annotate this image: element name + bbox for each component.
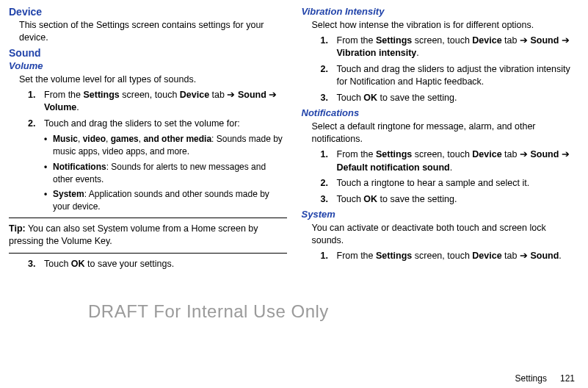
vibration-step-3: 3. Touch OK to save the setting. bbox=[321, 92, 580, 105]
notif-step-3: 3. Touch OK to save the setting. bbox=[321, 193, 580, 206]
step-number: 2. bbox=[28, 118, 44, 131]
volume-step-1: 1. From the Settings screen, touch Devic… bbox=[28, 89, 287, 115]
bold-sound: Sound bbox=[528, 35, 562, 46]
step-number: 3. bbox=[321, 92, 337, 105]
step-content: Touch OK to save the setting. bbox=[337, 92, 580, 105]
heading-sound: Sound bbox=[9, 47, 287, 59]
step-content: From the Settings screen, touch Device t… bbox=[337, 148, 580, 174]
bold: and other media bbox=[143, 134, 211, 144]
notifications-description: Select a default ringtone for message, a… bbox=[312, 121, 580, 146]
device-description: This section of the Settings screen cont… bbox=[19, 19, 287, 44]
volume-step-2: 2. Touch and drag the sliders to set the… bbox=[28, 118, 287, 131]
text: From the bbox=[337, 149, 377, 159]
step-number: 1. bbox=[321, 35, 337, 60]
right-column: Vibration Intensity Select how intense t… bbox=[302, 6, 580, 273]
text: screen, touch bbox=[412, 149, 472, 159]
bold-sound: Sound bbox=[235, 90, 269, 100]
bold-device: Device bbox=[472, 251, 501, 261]
step-number: 2. bbox=[321, 63, 337, 89]
bullet-icon: • bbox=[44, 133, 53, 158]
text: . bbox=[416, 48, 418, 58]
arrow-icon: ➔ bbox=[520, 35, 528, 46]
bold: video bbox=[83, 134, 106, 144]
tip-text: You can also set System volume from a Ho… bbox=[9, 223, 258, 247]
bold-ok: OK bbox=[363, 194, 377, 204]
text: screen, touch bbox=[120, 90, 180, 100]
arrow-icon: ➔ bbox=[562, 35, 570, 46]
step-number: 1. bbox=[321, 250, 337, 263]
text: tab bbox=[209, 90, 227, 100]
step-content: Touch and drag the sliders to adjust the… bbox=[337, 63, 580, 89]
arrow-icon: ➔ bbox=[520, 149, 528, 159]
step-number: 3. bbox=[28, 258, 44, 271]
step-number: 1. bbox=[28, 89, 44, 115]
vibration-step-1: 1. From the Settings screen, touch Devic… bbox=[321, 35, 580, 60]
text: tab bbox=[502, 251, 520, 261]
heading-volume: Volume bbox=[9, 60, 287, 71]
bold-device: Device bbox=[180, 90, 209, 100]
step-content: Touch OK to save your settings. bbox=[44, 258, 287, 271]
text: tab bbox=[502, 149, 520, 159]
bold-ok: OK bbox=[71, 259, 85, 269]
bullet-content: Music, video, games, and other media: So… bbox=[53, 133, 287, 158]
bold-settings: Settings bbox=[376, 251, 412, 261]
bold-volume: Volume bbox=[44, 102, 76, 112]
bold-default-notification: Default notification sound bbox=[337, 162, 450, 173]
bullet-icon: • bbox=[44, 161, 53, 186]
volume-step-3: 3. Touch OK to save your settings. bbox=[28, 258, 287, 271]
tip-block: Tip: You can also set System volume from… bbox=[9, 223, 287, 248]
step-number: 1. bbox=[321, 148, 337, 174]
step-content: Touch OK to save the setting. bbox=[337, 193, 580, 206]
arrow-icon: ➔ bbox=[269, 90, 277, 100]
system-description: You can activate or deactivate both touc… bbox=[312, 222, 580, 247]
text: . bbox=[450, 162, 452, 173]
left-column: Device This section of the Settings scre… bbox=[9, 6, 287, 273]
step-content: From the Settings screen, touch Device t… bbox=[337, 35, 580, 60]
text: to save your settings. bbox=[85, 259, 175, 269]
arrow-icon: ➔ bbox=[562, 149, 570, 159]
step-content: From the Settings screen, touch Device t… bbox=[44, 89, 287, 115]
text: , bbox=[106, 134, 111, 144]
arrow-icon: ➔ bbox=[520, 251, 528, 261]
text: From the bbox=[44, 90, 84, 100]
text: Touch bbox=[337, 93, 364, 103]
footer: Settings121 bbox=[515, 373, 575, 384]
system-step-1: 1. From the Settings screen, touch Devic… bbox=[321, 250, 580, 263]
text: , bbox=[78, 134, 83, 144]
text: Touch bbox=[44, 259, 71, 269]
text: to save the setting. bbox=[377, 93, 457, 103]
bullet-notifications: • Notifications: Sounds for alerts to ne… bbox=[44, 161, 287, 186]
vibration-step-2: 2. Touch and drag the sliders to adjust … bbox=[321, 63, 580, 89]
bold-settings: Settings bbox=[376, 35, 412, 46]
tip-label: Tip: bbox=[9, 223, 26, 234]
footer-page-number: 121 bbox=[560, 373, 575, 384]
bullet-content: System: Application sounds and other sou… bbox=[53, 188, 287, 213]
step-number: 2. bbox=[321, 177, 337, 190]
heading-notifications: Notifications bbox=[302, 107, 580, 118]
heading-vibration: Vibration Intensity bbox=[302, 6, 580, 17]
step-number: 3. bbox=[321, 193, 337, 206]
bold-settings: Settings bbox=[84, 90, 120, 100]
bold-vibration-intensity: Vibration intensity bbox=[337, 48, 417, 58]
heading-device: Device bbox=[9, 6, 287, 18]
text: : Application sounds and other sounds ma… bbox=[53, 189, 269, 212]
text: From the bbox=[337, 35, 377, 46]
bullet-system: • System: Application sounds and other s… bbox=[44, 188, 287, 213]
page-container: Device This section of the Settings scre… bbox=[9, 6, 579, 273]
notif-step-1: 1. From the Settings screen, touch Devic… bbox=[321, 148, 580, 174]
bullet-music: • Music, video, games, and other media: … bbox=[44, 133, 287, 158]
footer-section: Settings bbox=[515, 373, 547, 384]
bold: Notifications bbox=[53, 162, 106, 172]
bold-device: Device bbox=[472, 149, 501, 159]
text: screen, touch bbox=[412, 251, 472, 261]
bold: games bbox=[111, 134, 139, 144]
text: From the bbox=[337, 251, 377, 261]
bold: System bbox=[53, 189, 84, 199]
divider bbox=[9, 253, 287, 254]
text: . bbox=[76, 102, 79, 112]
text: to save the setting. bbox=[377, 194, 457, 204]
bullet-content: Notifications: Sounds for alerts to new … bbox=[53, 161, 287, 186]
notif-step-2: 2. Touch a ringtone to hear a sample and… bbox=[321, 177, 580, 190]
bold-settings: Settings bbox=[376, 149, 412, 159]
heading-system: System bbox=[302, 209, 580, 220]
